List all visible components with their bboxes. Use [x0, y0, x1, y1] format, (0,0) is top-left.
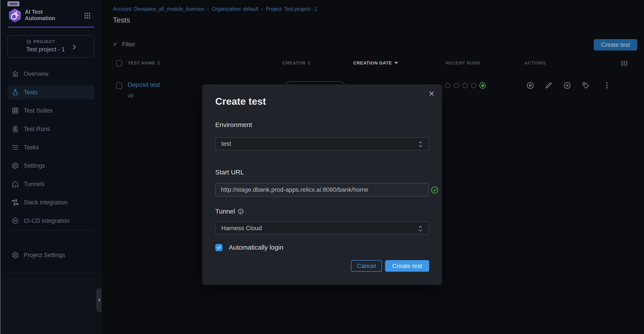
home-icon — [12, 70, 19, 78]
cancel-button[interactable]: Cancel — [351, 260, 382, 272]
sidebar-item-label: Project Settings — [24, 252, 65, 259]
environment-label: Environment — [215, 121, 252, 128]
cicd-hexagon-link-icon — [12, 217, 19, 225]
project-selector-content: PROJECT Test project - 1 — [26, 39, 65, 53]
sort-descending-icon — [394, 62, 398, 64]
sort-icon — [308, 61, 310, 65]
sidebar-item-slack-integration[interactable]: Slack integration — [8, 195, 94, 210]
sidebar-item-tests[interactable]: Tests — [8, 85, 94, 99]
sidebar-item-test-runs[interactable]: Test Runs — [8, 122, 94, 136]
close-icon[interactable] — [427, 89, 436, 98]
more-actions-icon[interactable] — [603, 81, 611, 90]
chevron-right-icon — [72, 44, 77, 50]
modal-title: Create test — [215, 96, 266, 107]
project-selector-value: Test project - 1 — [26, 46, 65, 53]
sidebar-item-project-settings[interactable]: Project Settings — [8, 248, 94, 262]
brand-accent-divider — [8, 27, 94, 28]
cube-icon — [26, 39, 32, 44]
recent-run-dot-passed[interactable] — [480, 82, 486, 89]
sidebar-item-label: Test Runs — [24, 126, 50, 132]
sort-icon — [158, 61, 160, 65]
select-chevrons-icon — [418, 225, 423, 233]
sidebar-item-cicd-integration[interactable]: CI-CD integration — [8, 214, 94, 228]
column-settings-icon[interactable] — [621, 61, 628, 66]
create-test-button[interactable]: Create test — [594, 39, 637, 51]
tag-icon[interactable] — [582, 81, 590, 90]
auto-login-label: Automatically login — [229, 244, 283, 251]
breadcrumb-account[interactable]: Account: Devspace_all_module_licenses — [113, 6, 204, 12]
tunnel-label: Tunnel — [215, 208, 235, 215]
project-selector-label: PROJECT — [34, 40, 55, 44]
sidebar-scrollbar[interactable] — [0, 0, 1, 334]
breadcrumb-separator: › — [204, 6, 212, 12]
environment-value: test — [221, 140, 231, 147]
sidebar-item-label: CI-CD integration — [24, 218, 70, 224]
filter-button[interactable]: Filter — [113, 41, 135, 48]
breadcrumb-project[interactable]: Project: Test project - 1 — [266, 6, 317, 12]
gear-icon — [12, 162, 19, 170]
test-name-link[interactable]: Deposit test — [128, 81, 160, 88]
sidebar-item-tunnels[interactable]: Tunnels — [8, 177, 94, 191]
sidebar-divider — [8, 273, 94, 273]
create-test-modal: Create test Environment test Start URL T… — [202, 84, 442, 285]
info-icon[interactable] — [238, 208, 244, 214]
add-to-suite-icon[interactable] — [563, 81, 571, 90]
tunnel-icon — [12, 180, 19, 188]
grid-icon — [12, 107, 19, 114]
checkmark-icon — [216, 245, 221, 250]
sidebar-item-tasks[interactable]: Tasks — [8, 140, 94, 154]
url-valid-check-icon — [431, 186, 438, 194]
select-chevrons-icon — [418, 140, 423, 148]
sidebar-divider — [8, 230, 94, 231]
brand-name: AI Test Automation — [25, 9, 64, 22]
recent-run-dot[interactable] — [471, 83, 476, 88]
column-header-creator[interactable]: CREATOR — [282, 60, 310, 66]
column-header-test-name[interactable]: TEST NAME — [128, 60, 160, 66]
run-test-icon[interactable] — [526, 81, 534, 90]
sidebar-item-overview[interactable]: Overview — [8, 67, 94, 81]
sidebar: NEW AI Test Automation — [0, 0, 102, 334]
gear-icon — [12, 251, 19, 259]
auto-login-row: Automatically login — [215, 244, 283, 251]
column-header-creation-date[interactable]: CREATION DATE — [353, 60, 398, 66]
tunnel-select[interactable]: Harness Cloud — [215, 222, 429, 235]
project-selector[interactable]: PROJECT Test project - 1 — [8, 35, 94, 58]
tunnel-value: Harness Cloud — [221, 225, 262, 232]
auto-login-checkbox[interactable] — [215, 244, 222, 251]
environment-select[interactable]: test — [215, 137, 429, 150]
collapse-left-icon — [98, 298, 100, 302]
sidebar-item-label: Settings — [24, 162, 45, 169]
page-title: Tests — [113, 16, 130, 24]
start-url-input[interactable] — [215, 183, 429, 197]
recent-run-dot[interactable] — [454, 83, 459, 88]
app-root: NEW AI Test Automation — [0, 0, 644, 334]
test-tubes-icon — [12, 125, 19, 133]
sidebar-collapse-handle[interactable] — [96, 288, 102, 312]
sidebar-item-label: Overview — [24, 71, 48, 77]
tunnel-label-row: Tunnel — [215, 208, 244, 215]
sidebar-bottom-dock: ? Help AU admin user — [1, 279, 102, 334]
breadcrumb: Account: Devspace_all_module_licenses › … — [113, 6, 317, 12]
select-all-checkbox[interactable] — [116, 60, 122, 66]
sidebar-item-settings[interactable]: Settings — [8, 158, 94, 173]
modal-create-test-button[interactable]: Create test — [385, 260, 429, 272]
recent-run-dot[interactable] — [462, 83, 468, 88]
sidebar-item-label: Tests — [24, 89, 38, 96]
slack-icon — [12, 199, 19, 206]
new-badge: NEW — [8, 1, 20, 6]
app-grid-icon[interactable] — [84, 12, 91, 19]
test-version: v0 — [128, 93, 133, 99]
sidebar-item-label: Test Suites — [24, 107, 52, 114]
brand-logo-icon[interactable] — [8, 8, 22, 23]
breadcrumb-separator: › — [258, 6, 266, 12]
start-url-label: Start URL — [215, 169, 244, 176]
flask-icon — [12, 89, 19, 96]
edit-icon[interactable] — [544, 81, 553, 90]
row-checkbox[interactable] — [116, 82, 122, 89]
sidebar-item-label: Tunnels — [24, 181, 44, 188]
recent-run-dot[interactable] — [445, 83, 450, 88]
filter-icon — [113, 42, 119, 48]
sidebar-item-test-suites[interactable]: Test Suites — [8, 103, 94, 118]
filter-label: Filter — [122, 41, 135, 48]
breadcrumb-organization[interactable]: Organization: default — [212, 6, 258, 12]
